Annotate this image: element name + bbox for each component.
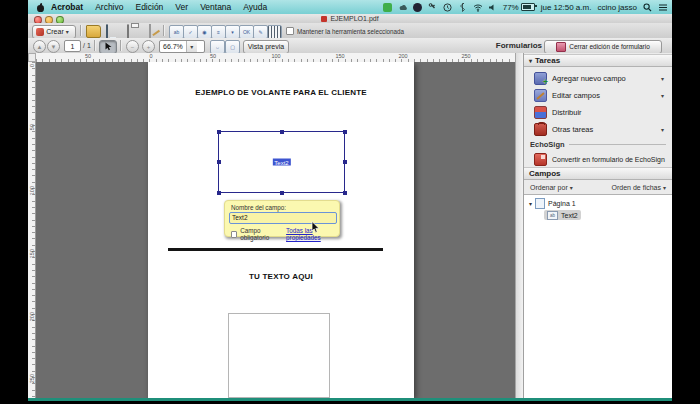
- field-name-input[interactable]: [229, 212, 337, 224]
- campos-section-header[interactable]: Campos: [524, 167, 672, 180]
- fit-width-icon[interactable]: ⇔: [210, 40, 225, 54]
- crear-button[interactable]: Crear: [32, 25, 76, 39]
- select-object-tool[interactable]: [99, 40, 117, 54]
- zoom-level-combo[interactable]: 66.7%: [159, 40, 205, 53]
- required-field-checkbox[interactable]: [231, 231, 237, 238]
- clock-icon[interactable]: [443, 3, 452, 12]
- resize-handle-sw[interactable]: [217, 191, 221, 195]
- page-number-input[interactable]: [64, 40, 81, 52]
- ordenar-por-dropdown[interactable]: Ordenar por: [530, 184, 573, 191]
- bluetooth-icon[interactable]: [458, 3, 467, 12]
- chevron-down-icon: [663, 184, 666, 191]
- zoom-level-value: 66.7%: [160, 43, 186, 50]
- collapse-triangle-icon: ▾: [529, 57, 532, 64]
- panel-item-label: Editar campos: [552, 91, 600, 100]
- volume-icon[interactable]: [488, 3, 497, 12]
- cerrar-edicion-button[interactable]: Cerrar edición de formulario: [544, 40, 662, 54]
- panel-item-convertir-echosign[interactable]: Convertir en formulario de EchoSign: [524, 151, 672, 168]
- menu-ayuda[interactable]: Ayuda: [237, 0, 273, 14]
- next-page-button[interactable]: ▼: [47, 40, 60, 53]
- ordenar-por-label: Ordenar por: [530, 184, 568, 191]
- button-tool-icon[interactable]: OK: [239, 25, 254, 39]
- tree-item-text2[interactable]: ab Text2: [544, 210, 581, 220]
- tareas-section-header[interactable]: ▾ Tareas: [524, 54, 672, 67]
- chevron-down-icon[interactable]: [661, 125, 664, 134]
- signature-tool-icon[interactable]: ✎: [253, 25, 268, 39]
- text-field-Text2[interactable]: Text2: [218, 131, 345, 193]
- keep-tool-checkbox[interactable]: [286, 27, 294, 35]
- resize-handle-ne[interactable]: [343, 130, 347, 134]
- app-status-icon[interactable]: [383, 3, 392, 12]
- menu-acrobat[interactable]: Acrobat: [45, 0, 89, 14]
- page-total-label: / 1: [83, 42, 91, 49]
- spotlight-search-icon[interactable]: [643, 3, 652, 12]
- menu-ventana[interactable]: Ventana: [194, 0, 237, 14]
- open-file-icon[interactable]: [86, 25, 101, 38]
- panel-item-label: Distribuir: [552, 108, 582, 117]
- zoom-out-button[interactable]: −: [126, 40, 139, 53]
- edit-fields-icon: [534, 89, 547, 102]
- tree-item-label: Página 1: [548, 200, 576, 207]
- resize-handle-s[interactable]: [280, 191, 284, 195]
- pdf-page: EJEMPLO DE VOLANTE PARA EL CLIENTE Text2…: [148, 62, 414, 398]
- zoom-in-button[interactable]: +: [142, 40, 155, 53]
- tree-item-pagina-1[interactable]: ▾ Página 1: [529, 198, 576, 209]
- formularios-label: Formularios: [496, 41, 542, 50]
- required-field-label: Campo obligatorio: [240, 227, 283, 241]
- chevron-down-icon[interactable]: [661, 91, 664, 100]
- checkbox-tool-icon[interactable]: ✓: [183, 25, 198, 39]
- page-thumbnail-icon: [535, 198, 545, 209]
- keep-tool-label: Mantener la herramienta seleccionada: [297, 28, 404, 35]
- tree-item-label: Text2: [561, 212, 578, 219]
- vertical-ruler: 0 50 100 150 200 250: [28, 62, 36, 398]
- previous-page-button[interactable]: ▲: [33, 40, 46, 53]
- menu-edicion[interactable]: Edición: [129, 0, 169, 14]
- wifi-icon[interactable]: [473, 3, 482, 12]
- vista-previa-label: Vista previa: [248, 43, 284, 50]
- resize-handle-e[interactable]: [343, 160, 347, 164]
- desktop-screen: Acrobat Archivo Edición Ver Ventana Ayud…: [28, 0, 672, 401]
- document-scrollbar[interactable]: [515, 53, 523, 398]
- panel-item-distribuir[interactable]: Distribuir: [524, 104, 672, 121]
- campos-controls: Ordenar por Orden de fichas: [524, 180, 672, 194]
- main-toolbar: Crear ab ✓ ◉ ≡ ▾ OK ✎ Mantener la herram…: [28, 23, 672, 39]
- ruler-corner: [28, 53, 36, 62]
- panel-item-agregar-nuevo-campo[interactable]: Agregar nuevo campo: [524, 70, 672, 87]
- resize-handle-w[interactable]: [217, 160, 221, 164]
- document-heading: EJEMPLO DE VOLANTE PARA EL CLIENTE: [148, 88, 414, 97]
- selected-field-row[interactable]: ab Text2: [544, 210, 581, 220]
- window-bottom-edge: [28, 398, 672, 401]
- fit-page-icon[interactable]: ▢: [225, 40, 240, 54]
- notification-list-icon[interactable]: [658, 3, 667, 12]
- chevron-down-icon[interactable]: [661, 74, 664, 83]
- menu-ver[interactable]: Ver: [169, 0, 194, 14]
- vista-previa-button[interactable]: Vista previa: [243, 40, 289, 54]
- menu-archivo[interactable]: Archivo: [89, 0, 129, 14]
- barcode-tool-icon[interactable]: [267, 25, 282, 39]
- placeholder-box: [228, 313, 330, 398]
- resize-handle-n[interactable]: [280, 130, 284, 134]
- page-divider-line: [168, 248, 383, 251]
- tree-expand-icon[interactable]: ▾: [529, 200, 532, 207]
- menu-clock[interactable]: jue 12:50 a.m.: [541, 3, 592, 12]
- menu-user[interactable]: ccino jasso: [597, 3, 637, 12]
- panel-item-editar-campos[interactable]: Editar campos: [524, 87, 672, 104]
- text-field-tool-icon[interactable]: ab: [169, 25, 184, 39]
- zoom-dropdown-arrow[interactable]: [186, 41, 197, 52]
- resize-handle-se[interactable]: [343, 191, 347, 195]
- resize-handle-nw[interactable]: [217, 130, 221, 134]
- distribute-icon: [534, 106, 547, 119]
- radio-button-tool-icon[interactable]: ◉: [197, 25, 212, 39]
- panel-item-label: Convertir en formulario de EchoSign: [552, 156, 665, 163]
- battery-indicator[interactable]: 77%: [503, 3, 535, 12]
- cloud-icon[interactable]: [398, 3, 407, 12]
- list-box-tool-icon[interactable]: ≡: [211, 25, 226, 39]
- dropdown-tool-icon[interactable]: ▾: [225, 25, 240, 39]
- apple-menu-icon[interactable]: [36, 3, 45, 12]
- keychain-icon[interactable]: [428, 3, 437, 12]
- user-status-icon[interactable]: [413, 3, 422, 12]
- pdf-file-icon: [321, 16, 327, 22]
- panel-item-otras-tareas[interactable]: Otras tareas: [524, 121, 672, 138]
- orden-fichas-dropdown[interactable]: Orden de fichas: [612, 184, 666, 191]
- cerrar-edicion-label: Cerrar edición de formulario: [569, 43, 650, 50]
